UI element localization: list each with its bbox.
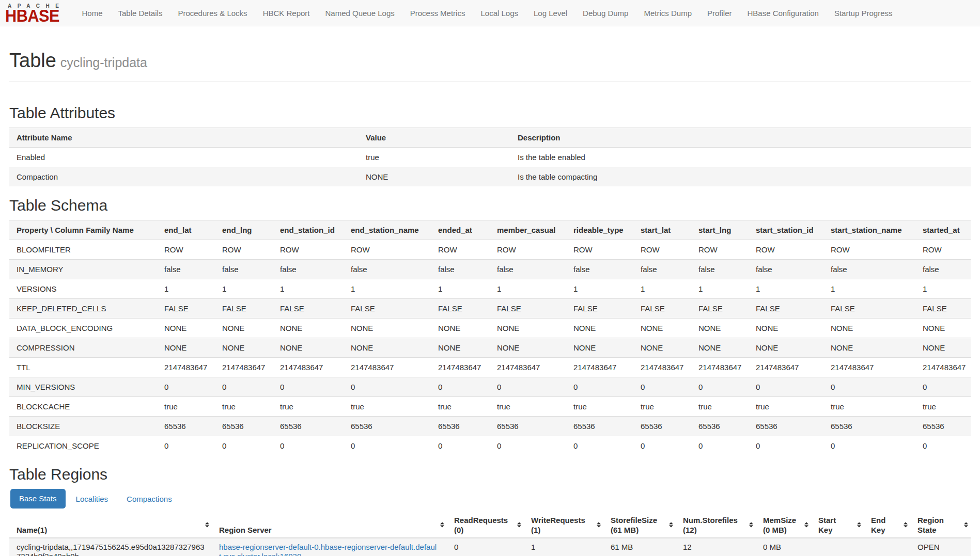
table-cell: true	[823, 397, 915, 417]
table-cell: NONE	[915, 319, 971, 338]
table-cell: 1	[490, 279, 566, 299]
column-header-started-at: started_at	[915, 220, 971, 240]
column-header-memsize-0-mb[interactable]: MemSize(0 MB)	[756, 513, 811, 538]
table-cell: 0	[749, 436, 823, 456]
tab-compactions[interactable]: Compactions	[118, 489, 180, 509]
table-cell: FALSE	[431, 299, 490, 319]
table-cell: 0	[157, 377, 215, 397]
table-cell: FALSE	[157, 299, 215, 319]
table-cell: 65536	[215, 417, 273, 436]
sort-icon	[517, 522, 521, 528]
table-cell: 65536	[344, 417, 431, 436]
property-name-cell: TTL	[9, 358, 157, 377]
table-cell: false	[344, 260, 431, 279]
table-cell: FALSE	[344, 299, 431, 319]
schema-row-min-versions: MIN_VERSIONS000000000000	[9, 377, 971, 397]
table-cell: true	[157, 397, 215, 417]
table-cell: 2147483647	[157, 358, 215, 377]
table-cell: 1	[431, 279, 490, 299]
table-cell: FALSE	[691, 299, 749, 319]
sort-icon	[205, 522, 209, 528]
nav-link-table-details[interactable]: Table Details	[111, 0, 170, 26]
table-cell: NONE	[344, 319, 431, 338]
attributes-header-row: Attribute NameValueDescription	[9, 128, 971, 148]
sort-icon	[964, 522, 968, 528]
nav-link-debug-dump[interactable]: Debug Dump	[575, 0, 636, 26]
nav-link-process-metrics[interactable]: Process Metrics	[402, 0, 473, 26]
table-cell: 2147483647	[566, 358, 633, 377]
table-cell: ROW	[157, 240, 215, 260]
table-cell: 1	[915, 279, 971, 299]
schema-row-replication-scope: REPLICATION_SCOPE000000000000	[9, 436, 971, 456]
attribute-row-compaction: CompactionNONEIs the table compacting	[9, 167, 971, 187]
hbase-logo[interactable]: APACHE HBASE	[5, 3, 65, 23]
page-header: Tablecycling-tripdata	[9, 49, 971, 82]
table-cell: 0	[273, 377, 344, 397]
region-server-link[interactable]: hbase-regionserver-default-0.hbase-regio…	[219, 543, 437, 556]
nav-link-startup-progress[interactable]: Startup Progress	[827, 0, 900, 26]
column-header-end-key[interactable]: EndKey	[864, 513, 910, 538]
tab-base-stats[interactable]: Base Stats	[10, 489, 66, 509]
table-cell: 0	[431, 436, 490, 456]
page-title-text: Table	[9, 50, 56, 71]
table-cell: 65536	[823, 417, 915, 436]
table-cell: 1	[344, 279, 431, 299]
nav-link-named-queue-logs[interactable]: Named Queue Logs	[318, 0, 402, 26]
top-navbar: APACHE HBASE HomeTable DetailsProcedures…	[0, 0, 980, 26]
table-cell	[811, 538, 864, 556]
table-cell: ROW	[749, 240, 823, 260]
sort-icon	[749, 522, 753, 528]
table-cell: 65536	[490, 417, 566, 436]
nav-item: HBCK Report	[255, 0, 318, 26]
column-header-region-server[interactable]: Region Server	[212, 513, 447, 538]
table-cell: 65536	[749, 417, 823, 436]
nav-item: Table Details	[111, 0, 170, 26]
column-header-num-storefiles-12[interactable]: Num.Storefiles(12)	[676, 513, 756, 538]
table-cell: 2147483647	[344, 358, 431, 377]
table-cell: 0	[490, 436, 566, 456]
tab-localities[interactable]: Localities	[68, 489, 117, 509]
table-cell: NONE	[273, 338, 344, 358]
table-cell: 0	[344, 377, 431, 397]
table-cell: true	[359, 148, 510, 167]
table-cell: 0	[633, 377, 691, 397]
table-cell: 0	[823, 436, 915, 456]
table-cell: 0	[447, 538, 524, 556]
property-name-cell: REPLICATION_SCOPE	[9, 436, 157, 456]
nav-link-metrics-dump[interactable]: Metrics Dump	[636, 0, 699, 26]
table-cell: ROW	[490, 240, 566, 260]
table-cell: NONE	[915, 338, 971, 358]
nav-item: Metrics Dump	[636, 0, 699, 26]
table-cell: false	[431, 260, 490, 279]
column-header-name-1[interactable]: Name(1)	[9, 513, 212, 538]
table-cell: true	[566, 397, 633, 417]
nav-link-profiler[interactable]: Profiler	[699, 0, 740, 26]
nav-link-local-logs[interactable]: Local Logs	[473, 0, 526, 26]
table-cell: NONE	[749, 319, 823, 338]
table-cell	[864, 538, 910, 556]
table-cell: Is the table enabled	[510, 148, 971, 167]
table-cell: NONE	[823, 338, 915, 358]
table-cell: true	[431, 397, 490, 417]
table-cell: NONE	[749, 338, 823, 358]
nav-link-log-level[interactable]: Log Level	[526, 0, 575, 26]
column-header-readrequests-0[interactable]: ReadRequests(0)	[447, 513, 524, 538]
table-cell: FALSE	[215, 299, 273, 319]
nav-item: Named Queue Logs	[318, 0, 402, 26]
nav-link-home[interactable]: Home	[74, 0, 110, 26]
table-cell: false	[633, 260, 691, 279]
nav-link-procedures-locks[interactable]: Procedures & Locks	[170, 0, 255, 26]
table-cell: 0	[633, 436, 691, 456]
column-header-storefilesize-61-mb[interactable]: StorefileSize(61 MB)	[603, 513, 676, 538]
nav-link-hbase-configuration[interactable]: HBase Configuration	[740, 0, 827, 26]
nav-link-hbck-report[interactable]: HBCK Report	[255, 0, 318, 26]
column-header-writerequests-1[interactable]: WriteRequests(1)	[524, 513, 603, 538]
nav-item: Home	[74, 0, 110, 26]
column-header-start-key[interactable]: StartKey	[811, 513, 864, 538]
nav-item: Procedures & Locks	[170, 0, 255, 26]
column-header-region-state[interactable]: RegionState	[910, 513, 971, 538]
table-cell: Is the table compacting	[510, 167, 971, 187]
nav-item: HBase Configuration	[740, 0, 827, 26]
schema-row-keep-deleted-cells: KEEP_DELETED_CELLSFALSEFALSEFALSEFALSEFA…	[9, 299, 971, 319]
schema-row-in-memory: IN_MEMORYfalsefalsefalsefalsefalsefalsef…	[9, 260, 971, 279]
